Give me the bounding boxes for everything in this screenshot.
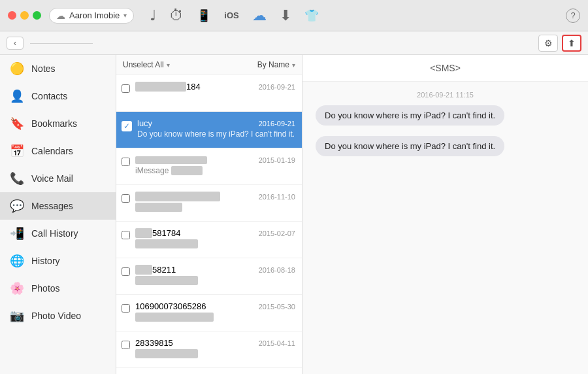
list-item[interactable]: 106900073065286 2015-05-30 —————————— <box>116 295 302 332</box>
contact-date: 2015-02-07 <box>259 230 295 237</box>
chat-title: <SMS> <box>430 63 461 73</box>
device-selector[interactable]: ☁ Aaron Imobie ▾ <box>49 8 134 24</box>
contact-preview: iMessage ———— <box>135 166 295 175</box>
row-checkbox[interactable] <box>122 341 130 349</box>
row-checkbox[interactable] <box>122 231 130 239</box>
icloud-nav-icon[interactable]: ☁ <box>252 7 267 24</box>
row-checkbox[interactable] <box>122 158 130 166</box>
sidebar-item-call-history[interactable]: 📲 Call History <box>0 220 116 247</box>
history-nav-icon[interactable]: ⏱ <box>169 7 184 24</box>
export-button[interactable]: ⬆ <box>562 35 581 52</box>
titlebar: ☁ Aaron Imobie ▾ ♩ ⏱ 📱 iOS ☁ ⬇ 👕 ? <box>0 0 588 31</box>
sort-by-button[interactable]: By Name ▾ <box>257 60 295 69</box>
sidebar-item-photo-video[interactable]: 📷 Photo Video <box>0 302 116 330</box>
sidebar-item-notes[interactable]: 🟡 Notes <box>0 55 116 82</box>
settings-button[interactable]: ⚙ <box>538 35 558 52</box>
help-button[interactable]: ? <box>566 8 580 23</box>
sidebar-item-contacts[interactable]: 👤 Contacts <box>0 82 116 110</box>
row-checkbox-checked[interactable]: ✓ <box>122 121 132 131</box>
chat-bubble-row: Do you know where is my iPad? I can't fi… <box>316 136 575 163</box>
row-checkbox[interactable] <box>122 267 130 276</box>
chat-header: <SMS> <box>302 55 588 82</box>
tshirt-nav-icon[interactable]: 👕 <box>304 8 319 23</box>
voicemail-icon: 📞 <box>9 171 25 186</box>
contact-rows: ——————184 2016-09-21 ✓ lucy 2016-09-21 D… <box>116 75 302 374</box>
contact-preview: ———————— <box>135 349 295 358</box>
sidebar-label-notes: Notes <box>31 63 56 74</box>
contact-name: 28339815 <box>135 338 173 348</box>
row-checkbox[interactable] <box>122 84 130 93</box>
contact-info: —————————— 2016-11-10 —————— <box>135 192 295 212</box>
contact-name: —————————— <box>135 192 220 201</box>
device-nav-icon[interactable]: 📱 <box>197 8 211 23</box>
list-item[interactable]: ——————184 2016-09-21 <box>116 75 302 112</box>
sidebar-label-contacts: Contacts <box>31 91 67 101</box>
sidebar-item-photos[interactable]: 🌸 Photos <box>0 275 116 302</box>
download-nav-icon[interactable]: ⬇ <box>280 7 291 24</box>
contact-preview: Do you know where is my iPad? I can't fi… <box>137 129 295 139</box>
contact-info: ——————184 2016-09-21 <box>135 82 295 92</box>
breadcrumb: ———————— <box>30 39 93 48</box>
close-button[interactable] <box>8 11 16 20</box>
contact-date: 2015-04-11 <box>259 339 295 347</box>
subtoolbar: ‹ ———————— ⚙ ⬆ <box>0 31 588 55</box>
music-nav-icon[interactable]: ♩ <box>150 7 156 24</box>
sidebar: 🟡 Notes 👤 Contacts 🔖 Bookmarks 📅 Calenda… <box>0 55 116 374</box>
back-icon: ‹ <box>14 39 16 48</box>
chat-bubble-row: Do you know where is my iPad? I can't fi… <box>316 105 575 132</box>
sidebar-item-voicemail[interactable]: 📞 Voice Mail <box>0 165 116 192</box>
chevron-down-icon: ▾ <box>123 12 127 19</box>
contact-date: 2015-01-19 <box>259 156 295 164</box>
list-item[interactable]: 100860325225 2015-01-26 <box>116 368 302 374</box>
back-button[interactable]: ‹ <box>7 37 24 50</box>
contact-name: ——581784 <box>135 228 180 238</box>
list-item[interactable]: 28339815 2015-04-11 ———————— <box>116 332 302 368</box>
contact-name: 106900073065286 <box>135 301 206 311</box>
list-item[interactable]: ——581784 2015-02-07 ———————— <box>116 222 302 258</box>
list-item[interactable]: —————————— 2016-11-10 —————— <box>116 185 302 222</box>
list-item[interactable]: —————————— 2015-01-19 iMessage ———— <box>116 148 302 185</box>
sidebar-label-calendars: Calendars <box>31 146 73 156</box>
sidebar-label-photos: Photos <box>31 283 60 294</box>
unselect-all-button[interactable]: Unselect All ▾ <box>123 60 170 69</box>
sort-by-label: By Name <box>257 60 289 69</box>
ios-nav-icon[interactable]: iOS <box>224 10 238 20</box>
row-checkbox[interactable] <box>122 304 130 313</box>
sidebar-item-messages[interactable]: 💬 Messages <box>0 192 116 220</box>
call-history-icon: 📲 <box>9 226 25 241</box>
sidebar-item-calendars[interactable]: 📅 Calendars <box>0 137 116 165</box>
device-name: Aaron Imobie <box>69 10 120 20</box>
list-item[interactable]: ✓ lucy 2016-09-21 Do you know where is m… <box>116 112 302 148</box>
sidebar-item-history[interactable]: 🌐 History <box>0 247 116 275</box>
contact-name: ——58211 <box>135 265 176 275</box>
sidebar-label-history: History <box>31 256 60 266</box>
chat-timestamp: 2016-09-21 11:15 <box>316 91 575 99</box>
contact-name: lucy <box>137 118 152 128</box>
sidebar-item-bookmarks[interactable]: 🔖 Bookmarks <box>0 110 116 137</box>
list-header: Unselect All ▾ By Name ▾ <box>116 55 302 75</box>
sidebar-label-call-history: Call History <box>31 228 78 239</box>
contact-date: 2016-09-21 <box>259 120 295 128</box>
history-sidebar-icon: 🌐 <box>9 253 25 269</box>
toolbar-actions: ⚙ ⬆ <box>538 35 581 52</box>
main-layout: 🟡 Notes 👤 Contacts 🔖 Bookmarks 📅 Calenda… <box>0 55 588 374</box>
chat-bubble: Do you know where is my iPad? I can't fi… <box>316 105 504 126</box>
minimize-button[interactable] <box>20 11 29 20</box>
contact-info: lucy 2016-09-21 Do you know where is my … <box>137 118 295 139</box>
contact-info: 28339815 2015-04-11 ———————— <box>135 338 295 358</box>
contact-name: —————————— <box>135 155 207 165</box>
messages-icon: 💬 <box>9 198 25 214</box>
nav-icons: ♩ ⏱ 📱 iOS ☁ ⬇ 👕 <box>150 7 318 24</box>
row-checkbox[interactable] <box>122 194 130 203</box>
sort-chevron-icon: ▾ <box>292 61 295 69</box>
contact-preview: —————— <box>135 203 295 212</box>
contact-info: —————————— 2015-01-19 iMessage ———— <box>135 155 295 175</box>
contact-date: 2015-05-30 <box>259 303 295 311</box>
maximize-button[interactable] <box>33 11 41 20</box>
contact-list: Unselect All ▾ By Name ▾ ——————184 2016-… <box>116 55 302 374</box>
list-item[interactable]: ——58211 2016-08-18 ———————— <box>116 258 302 295</box>
export-icon: ⬆ <box>568 38 576 48</box>
chat-panel: <SMS> 2016-09-21 11:15 Do you know where… <box>302 55 588 374</box>
contact-preview: ———————— <box>135 276 295 285</box>
chat-bubble: Do you know where is my iPad? I can't fi… <box>316 136 504 156</box>
